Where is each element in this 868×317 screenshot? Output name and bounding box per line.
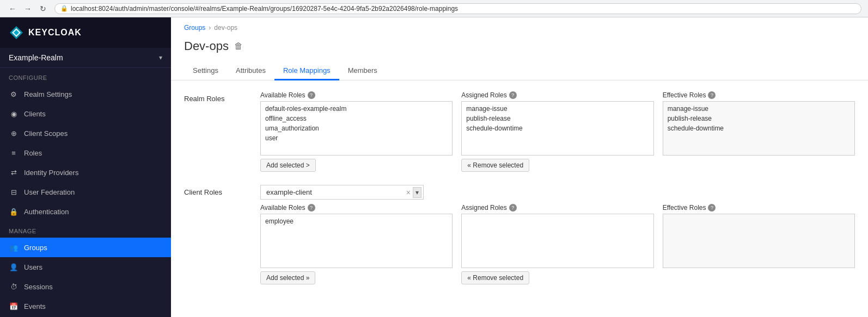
forward-button[interactable]: → xyxy=(22,3,34,15)
keycloak-logo: KEYCLOAK xyxy=(9,25,82,40)
client-roles-section: Client Roles example-client × ▾ xyxy=(184,185,855,284)
sidebar-item-sessions[interactable]: ⏱ Sessions xyxy=(0,277,171,296)
sidebar: KEYCLOAK Example-Realm ▾ Configure ⚙ Rea… xyxy=(0,17,171,317)
realm-assigned-roles-header: Assigned Roles ? xyxy=(461,91,653,99)
tab-settings[interactable]: Settings xyxy=(184,62,227,80)
sidebar-item-authentication[interactable]: 🔒 Authentication xyxy=(0,202,171,221)
configure-section-label: Configure xyxy=(0,68,171,84)
client-effective-roles-title: Effective Roles xyxy=(663,204,706,212)
sidebar-item-label: Groups xyxy=(24,244,47,252)
client-effective-roles-header: Effective Roles ? xyxy=(663,204,855,212)
logo-diamond-icon xyxy=(9,25,24,40)
sidebar-item-label: Realm Settings xyxy=(24,90,72,98)
app-container: KEYCLOAK Example-Realm ▾ Configure ⚙ Rea… xyxy=(0,17,868,317)
list-item[interactable]: uma_authorization xyxy=(261,123,452,133)
realm-remove-selected-button[interactable]: « Remove selected xyxy=(461,159,529,172)
page-title: Dev-ops xyxy=(184,39,229,53)
client-available-roles-info-icon[interactable]: ? xyxy=(308,204,315,212)
clients-icon: ◉ xyxy=(9,109,19,119)
client-available-roles-listbox[interactable]: employee xyxy=(260,214,453,268)
page-header: Dev-ops 🗑 xyxy=(171,35,868,62)
list-item[interactable]: manage-issue xyxy=(462,104,653,114)
breadcrumb: Groups › dev-ops xyxy=(171,17,868,35)
list-item: manage-issue xyxy=(663,104,854,114)
tabs-container: Settings Attributes Role Mappings Member… xyxy=(171,62,868,80)
sidebar-item-users[interactable]: 👤 Users xyxy=(0,257,171,277)
sidebar-item-roles[interactable]: ≡ Roles xyxy=(0,143,171,163)
tab-members[interactable]: Members xyxy=(339,62,386,80)
list-item[interactable]: offline_access xyxy=(261,114,452,123)
sidebar-item-label: Identity Providers xyxy=(24,169,78,177)
realm-roles-section: Realm Roles Available Roles ? default-ro… xyxy=(184,91,855,172)
main-content: Groups › dev-ops Dev-ops 🗑 Settings Attr… xyxy=(171,17,868,317)
client-available-roles-title: Available Roles xyxy=(260,204,305,212)
list-item[interactable]: user xyxy=(261,133,452,143)
authentication-icon: 🔒 xyxy=(9,207,19,216)
realm-selector[interactable]: Example-Realm ▾ xyxy=(0,48,171,68)
realm-available-roles-header: Available Roles ? xyxy=(260,91,453,99)
client-select-arrow-icon[interactable]: ▾ xyxy=(413,187,421,198)
realm-effective-roles-header: Effective Roles ? xyxy=(663,91,855,99)
sidebar-item-events[interactable]: 📅 Events xyxy=(0,296,171,316)
client-assigned-roles-column: Assigned Roles ? « Remove selected xyxy=(461,204,653,284)
sidebar-item-client-scopes[interactable]: ⊕ Client Scopes xyxy=(0,123,171,143)
client-effective-roles-info-icon[interactable]: ? xyxy=(708,204,716,212)
sidebar-item-label: Users xyxy=(24,263,42,271)
back-button[interactable]: ← xyxy=(7,3,19,15)
url-bar[interactable]: 🔒 localhost:8024/auth/admin/master/conso… xyxy=(54,3,861,14)
role-mappings-content: Realm Roles Available Roles ? default-ro… xyxy=(171,80,868,308)
realm-add-selected-button[interactable]: Add selected > xyxy=(260,159,316,172)
sidebar-item-realm-settings[interactable]: ⚙ Realm Settings xyxy=(0,84,171,104)
realm-assigned-roles-info-icon[interactable]: ? xyxy=(509,91,517,99)
sidebar-item-label: Events xyxy=(24,302,46,310)
list-item[interactable]: employee xyxy=(261,216,452,226)
sidebar-item-label: User Federation xyxy=(24,188,75,196)
logo-text: KEYCLOAK xyxy=(28,28,82,38)
delete-group-button[interactable]: 🗑 xyxy=(234,41,243,51)
realm-name: Example-Realm xyxy=(9,53,63,62)
manage-section-label: Manage xyxy=(0,221,171,238)
list-item[interactable]: publish-release xyxy=(462,114,653,123)
tab-role-mappings[interactable]: Role Mappings xyxy=(274,62,339,80)
sidebar-item-clients[interactable]: ◉ Clients xyxy=(0,104,171,123)
realm-available-roles-title: Available Roles xyxy=(260,91,305,99)
sidebar-item-label: Client Scopes xyxy=(24,129,68,138)
sidebar-item-user-federation[interactable]: ⊟ User Federation xyxy=(0,182,171,202)
client-assigned-roles-listbox[interactable] xyxy=(461,214,653,268)
identity-providers-icon: ⇄ xyxy=(9,167,19,177)
sidebar-header: KEYCLOAK xyxy=(0,17,171,48)
realm-available-roles-info-icon[interactable]: ? xyxy=(308,91,315,99)
client-remove-selected-button[interactable]: « Remove selected xyxy=(461,271,529,284)
client-roles-label: Client Roles xyxy=(184,185,249,196)
list-item[interactable]: schedule-downtime xyxy=(462,123,653,133)
client-scopes-icon: ⊕ xyxy=(9,128,19,138)
url-text: localhost:8024/auth/admin/master/console… xyxy=(71,5,458,13)
user-federation-icon: ⊟ xyxy=(9,187,19,197)
client-available-roles-column: Available Roles ? employee Add selected … xyxy=(260,204,453,284)
refresh-button[interactable]: ↻ xyxy=(37,3,49,15)
client-assigned-roles-header: Assigned Roles ? xyxy=(461,204,653,212)
breadcrumb-groups-link[interactable]: Groups xyxy=(184,24,205,32)
lock-icon: 🔒 xyxy=(60,5,68,12)
sidebar-item-groups[interactable]: 👥 Groups xyxy=(0,238,171,257)
list-item: schedule-downtime xyxy=(663,123,854,133)
breadcrumb-current: dev-ops xyxy=(214,24,237,32)
client-roles-select[interactable]: example-client xyxy=(260,185,424,200)
client-add-selected-button[interactable]: Add selected » xyxy=(260,271,315,284)
realm-effective-roles-listbox: manage-issue publish-release schedule-do… xyxy=(663,101,855,156)
browser-navigation: ← → ↻ xyxy=(7,3,49,15)
realm-assigned-roles-listbox[interactable]: manage-issue publish-release schedule-do… xyxy=(461,101,653,156)
list-item[interactable]: default-roles-example-realm xyxy=(261,104,452,114)
sidebar-item-label: Authentication xyxy=(24,208,69,216)
client-select-clear-button[interactable]: × xyxy=(406,188,411,197)
client-assigned-roles-info-icon[interactable]: ? xyxy=(509,204,517,212)
realm-roles-label: Realm Roles xyxy=(184,91,249,103)
realm-effective-roles-info-icon[interactable]: ? xyxy=(708,91,716,99)
realm-available-roles-listbox[interactable]: default-roles-example-realm offline_acce… xyxy=(260,101,453,156)
browser-bar: ← → ↻ 🔒 localhost:8024/auth/admin/master… xyxy=(0,0,868,17)
realm-assigned-roles-column: Assigned Roles ? manage-issue publish-re… xyxy=(461,91,653,172)
client-effective-roles-column: Effective Roles ? xyxy=(663,204,855,284)
sidebar-item-identity-providers[interactable]: ⇄ Identity Providers xyxy=(0,163,171,182)
realm-chevron-icon: ▾ xyxy=(159,54,162,61)
tab-attributes[interactable]: Attributes xyxy=(227,62,274,80)
